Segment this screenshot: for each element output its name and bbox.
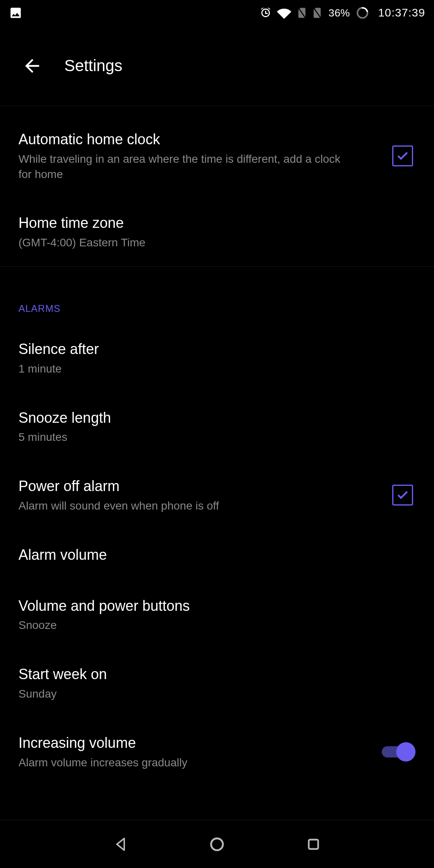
- switch-thumb: [396, 742, 416, 762]
- battery-icon: [356, 7, 368, 19]
- setting-title: Alarm volume: [18, 546, 406, 565]
- setting-snooze-length[interactable]: Snooze length 5 minutes: [0, 393, 434, 461]
- picture-icon: [9, 6, 23, 20]
- setting-title: Start week on: [18, 665, 406, 684]
- setting-subtitle: (GMT-4:00) Eastern Time: [18, 235, 348, 250]
- nav-back-icon: [112, 835, 129, 853]
- setting-alarm-volume[interactable]: Alarm volume: [0, 530, 434, 581]
- setting-title: Volume and power buttons: [18, 597, 406, 616]
- navigation-bar: [0, 820, 434, 868]
- wifi-icon: [277, 7, 291, 19]
- setting-title: Snooze length: [18, 409, 406, 428]
- nav-recent-icon: [305, 836, 321, 852]
- status-time: 10:37:39: [378, 6, 425, 19]
- setting-title: Increasing volume: [18, 734, 372, 753]
- nav-home-icon: [208, 835, 226, 853]
- battery-percent: 36%: [328, 7, 350, 19]
- setting-silence-after[interactable]: Silence after 1 minute: [0, 324, 434, 393]
- section-header-alarms: ALARMS: [0, 267, 434, 324]
- setting-title: Power off alarm: [18, 477, 383, 496]
- setting-title: Home time zone: [18, 214, 406, 233]
- svg-point-1: [211, 838, 223, 850]
- checkbox-automatic-home-clock[interactable]: [392, 145, 413, 166]
- nav-back-button[interactable]: [104, 828, 137, 860]
- alarm-icon: [259, 6, 272, 19]
- setting-start-week-on[interactable]: Start week on Sunday: [0, 649, 434, 718]
- setting-subtitle: 5 minutes: [18, 430, 348, 445]
- nav-recent-button[interactable]: [297, 828, 330, 860]
- svg-rect-2: [309, 839, 318, 849]
- app-bar: Settings: [0, 26, 434, 106]
- back-button[interactable]: [16, 50, 48, 82]
- switch-increasing-volume[interactable]: [382, 742, 416, 762]
- status-bar: 36% 10:37:39: [0, 0, 434, 26]
- checkbox-power-off-alarm[interactable]: [392, 485, 413, 506]
- setting-title: Automatic home clock: [18, 130, 383, 149]
- setting-subtitle: Sunday: [18, 686, 348, 702]
- setting-subtitle: While traveling in an area where the tim…: [18, 151, 348, 182]
- setting-home-time-zone[interactable]: Home time zone (GMT-4:00) Eastern Time: [0, 198, 434, 266]
- checkmark-icon: [396, 488, 409, 502]
- page-title: Settings: [64, 57, 123, 75]
- settings-list: Automatic home clock While traveling in …: [0, 106, 434, 786]
- nav-home-button[interactable]: [201, 828, 233, 860]
- setting-subtitle: Alarm volume increases gradually: [18, 755, 348, 770]
- checkmark-icon: [396, 149, 409, 163]
- setting-volume-power-buttons[interactable]: Volume and power buttons Snooze: [0, 581, 434, 649]
- sim1-disabled-icon: [296, 7, 307, 19]
- setting-title: Silence after: [18, 340, 406, 359]
- setting-increasing-volume[interactable]: Increasing volume Alarm volume increases…: [0, 718, 434, 786]
- setting-automatic-home-clock[interactable]: Automatic home clock While traveling in …: [0, 106, 434, 198]
- sim2-disabled-icon: [311, 7, 322, 19]
- setting-power-off-alarm[interactable]: Power off alarm Alarm will sound even wh…: [0, 461, 434, 530]
- setting-subtitle: 1 minute: [18, 361, 348, 377]
- arrow-back-icon: [22, 55, 43, 76]
- setting-subtitle: Alarm will sound even when phone is off: [18, 498, 348, 514]
- setting-subtitle: Snooze: [18, 618, 348, 633]
